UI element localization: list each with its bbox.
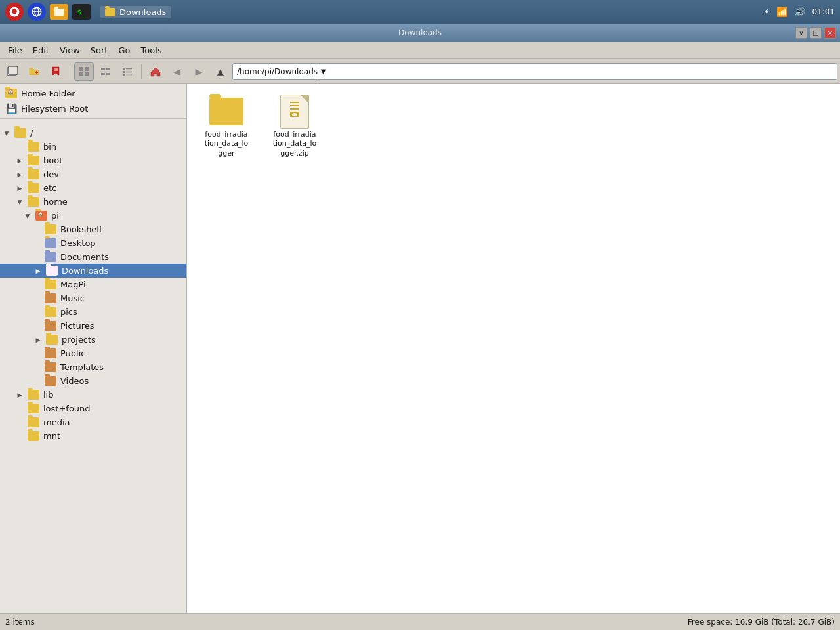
menu-edit[interactable]: Edit (28, 44, 54, 56)
sidebar-item-bookshelf[interactable]: Bookshelf (0, 222, 186, 236)
boot-folder-icon (28, 156, 39, 165)
file-item-folder[interactable]: food_irradiation_data_logger (195, 92, 258, 162)
expand-dev[interactable]: ▶ (16, 171, 24, 178)
location-bar[interactable]: /home/pi/Downloads ▼ (232, 63, 837, 80)
sidebar-item-dev[interactable]: ▶ dev (0, 167, 186, 181)
sidebar-filesystem-root[interactable]: 💾 Filesystem Root (0, 100, 186, 116)
bin-folder-icon (28, 142, 39, 152)
toolbar-separator-1 (70, 64, 70, 79)
home-btn[interactable] (146, 62, 165, 81)
sidebar-item-lib[interactable]: ▶ lib (0, 388, 186, 402)
menu-file[interactable]: File (3, 44, 28, 56)
documents-label: Documents (60, 252, 109, 262)
downloads-folder-icon (46, 266, 58, 276)
sidebar-item-pictures[interactable]: Pictures (0, 319, 186, 333)
expand-downloads[interactable]: ▶ (34, 267, 42, 275)
sidebar-item-root[interactable]: ▼ / (0, 126, 186, 140)
expand-home[interactable]: ▼ (16, 198, 24, 206)
expand-etc[interactable]: ▶ (16, 184, 24, 192)
sidebar-item-public[interactable]: Public (0, 346, 186, 360)
sidebar-bookmarks: Home Folder 💾 Filesystem Root (0, 84, 186, 123)
menu-sort[interactable]: Sort (85, 44, 114, 56)
sidebar-item-media[interactable]: ▶ media (0, 415, 186, 429)
dev-label: dev (43, 169, 59, 179)
location-dropdown-btn[interactable]: ▼ (318, 64, 328, 79)
sidebar-item-videos[interactable]: Videos (0, 374, 186, 388)
pics-label: pics (60, 307, 77, 317)
sidebar-item-music[interactable]: Music (0, 291, 186, 305)
active-window-tab[interactable]: Downloads (100, 6, 171, 18)
svg-rect-12 (79, 72, 83, 76)
sidebar-item-documents[interactable]: Documents (0, 250, 186, 264)
browser-icon[interactable] (28, 3, 46, 21)
expand-boot[interactable]: ▶ (16, 157, 24, 165)
raspberry-menu-icon[interactable] (5, 3, 24, 21)
music-folder-icon (45, 293, 56, 303)
menu-view[interactable]: View (54, 44, 85, 56)
expand-projects[interactable]: ▶ (34, 336, 42, 344)
up-btn[interactable]: ▲ (211, 62, 230, 81)
expand-pi[interactable]: ▼ (24, 212, 32, 220)
new-window-btn[interactable] (3, 62, 22, 81)
bluetooth-icon[interactable]: ⚡ (764, 7, 770, 17)
menu-tools[interactable]: Tools (136, 44, 167, 56)
lost-found-folder-icon (28, 404, 39, 413)
sidebar-item-boot[interactable]: ▶ boot (0, 154, 186, 167)
svg-rect-11 (85, 67, 89, 71)
file-view[interactable]: food_irradiation_data_logger (187, 84, 840, 613)
sidebar-item-templates[interactable]: Templates (0, 360, 186, 374)
desktop-folder-icon (45, 238, 56, 248)
lib-folder-icon (28, 390, 39, 400)
wifi-icon[interactable]: 📶 (776, 7, 788, 17)
volume-icon[interactable]: 🔊 (794, 7, 805, 17)
icon-view-btn[interactable] (74, 62, 94, 81)
sidebar-home-folder[interactable]: Home Folder (0, 87, 186, 100)
media-folder-icon (28, 417, 39, 427)
sidebar-item-etc[interactable]: ▶ etc (0, 181, 186, 195)
sidebar-divider (0, 118, 186, 119)
svg-rect-17 (106, 73, 110, 75)
dev-folder-icon (28, 169, 39, 179)
window-dropdown-btn[interactable]: ∨ (795, 27, 807, 39)
big-zip-shape (280, 94, 309, 129)
sidebar-item-downloads[interactable]: ▶ Downloads (0, 264, 186, 278)
bookmarks-btn[interactable] (46, 62, 66, 81)
zip-stripe (290, 102, 299, 117)
projects-folder-icon (46, 335, 58, 345)
sidebar-item-magpi[interactable]: MagPi (0, 278, 186, 291)
file-item-zip[interactable]: food_irradiation_data_logger.zip (263, 92, 326, 162)
pictures-folder-icon (45, 321, 56, 331)
music-label: Music (60, 293, 85, 303)
svg-rect-23 (123, 74, 125, 76)
menu-go[interactable]: Go (113, 44, 135, 56)
svg-rect-10 (79, 67, 83, 71)
sidebar-item-bin[interactable]: ▶ bin (0, 140, 186, 154)
app-title: Downloads (398, 28, 442, 37)
sidebar-item-pics[interactable]: pics (0, 305, 186, 319)
taskbar: $_ Downloads ⚡ 📶 🔊 01:01 (0, 0, 840, 24)
sidebar-item-desktop[interactable]: Desktop (0, 236, 186, 250)
sidebar-item-projects[interactable]: ▶ projects (0, 333, 186, 346)
sidebar-item-mnt[interactable]: ▶ mnt (0, 429, 186, 443)
svg-rect-19 (123, 68, 125, 70)
compact-view-btn[interactable] (96, 62, 116, 81)
files-taskbar-icon[interactable] (50, 4, 68, 20)
expand-lib[interactable]: ▶ (16, 391, 24, 399)
home-folder-icon (5, 89, 17, 98)
zip-file-name: food_irradiation_data_logger.zip (273, 130, 317, 158)
videos-label: Videos (60, 376, 89, 386)
boot-label: boot (43, 156, 62, 165)
sidebar-item-pi[interactable]: ▼ pi (0, 209, 186, 222)
sidebar-item-home[interactable]: ▼ home (0, 195, 186, 209)
back-btn[interactable]: ◀ (167, 62, 187, 81)
new-folder-btn[interactable] (24, 62, 44, 81)
window-maximize-btn[interactable]: □ (810, 27, 822, 39)
window-close-btn[interactable]: × (824, 27, 836, 39)
list-view-btn[interactable] (117, 62, 137, 81)
forward-btn[interactable]: ▶ (189, 62, 209, 81)
terminal-taskbar-icon[interactable]: $_ (72, 4, 91, 20)
documents-folder-icon (45, 252, 56, 262)
sidebar-item-lost-found[interactable]: ▶ lost+found (0, 402, 186, 415)
expand-root[interactable]: ▼ (3, 129, 10, 137)
home-folder-label: Home Folder (21, 89, 75, 98)
